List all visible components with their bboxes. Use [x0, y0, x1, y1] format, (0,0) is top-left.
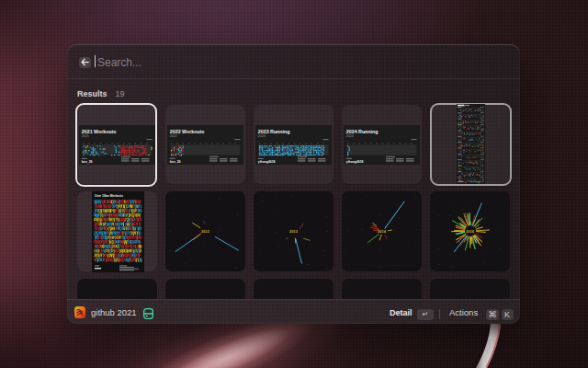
svg-text:ben_29: ben_29: [170, 160, 181, 164]
svg-text:2021 Workouts: 2021 Workouts: [82, 129, 117, 134]
svg-text:2012: 2012: [201, 229, 210, 234]
svg-text:Over 10km Workouts: Over 10km Workouts: [95, 194, 123, 198]
svg-text:2022 Workouts: 2022 Workouts: [170, 129, 205, 134]
svg-text:2013: 2013: [289, 229, 299, 234]
svg-text:2023: 2023: [258, 134, 266, 138]
svg-text:2014: 2014: [378, 229, 387, 234]
svg-text:yihong0618: yihong0618: [258, 160, 276, 164]
svg-text:2022: 2022: [170, 134, 177, 138]
svg-text:2024: 2024: [346, 134, 354, 138]
svg-text:2021: 2021: [82, 134, 89, 138]
svg-text:yihong0618: yihong0618: [346, 160, 364, 164]
svg-text:2016: 2016: [466, 229, 475, 234]
svg-text:2023 Running: 2023 Running: [258, 129, 290, 134]
svg-text:2024 Running: 2024 Running: [346, 129, 379, 134]
svg-text:ben_29: ben_29: [82, 160, 93, 164]
